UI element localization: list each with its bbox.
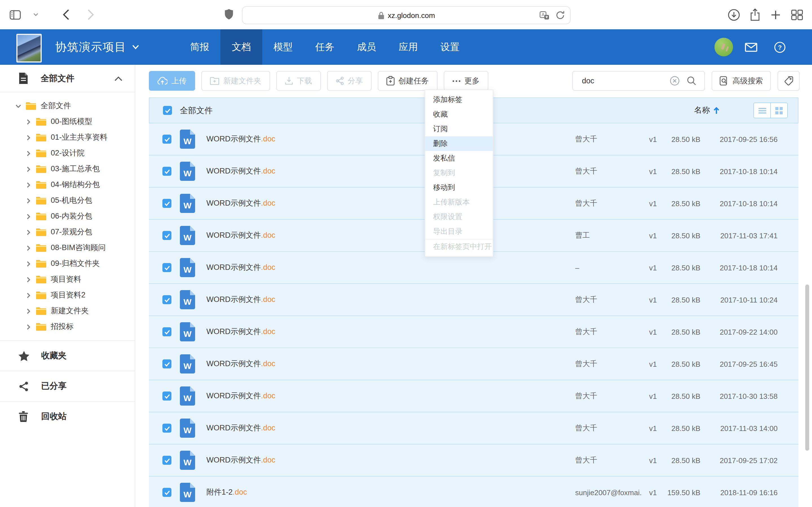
chevron-right-icon[interactable] [25,276,32,283]
list-view-button[interactable] [754,103,770,118]
menu-item[interactable]: 在新标签页中打开 [425,239,493,254]
mail-icon[interactable] [745,43,757,52]
nav-tab[interactable]: 简报 [179,29,220,65]
sidebar-item-favorites[interactable]: 收藏夹 [0,340,135,371]
grid-view-button[interactable] [770,103,787,118]
file-name[interactable]: WORD示例文件.doc [206,198,575,209]
file-name[interactable]: 附件1-2.doc [206,487,575,497]
share-icon[interactable] [750,8,760,21]
file-name[interactable]: WORD示例文件.doc [206,230,575,240]
chevron-right-icon[interactable] [25,291,32,299]
menu-item[interactable]: 添加标签 [425,93,493,107]
menu-item[interactable]: 发私信 [425,151,493,166]
menu-item[interactable]: 收藏 [425,107,493,122]
menu-item[interactable]: 删除 [425,136,493,151]
file-name[interactable]: WORD示例文件.doc [206,455,575,465]
chevron-right-icon[interactable] [25,228,32,236]
new-tab-icon[interactable] [770,9,781,20]
row-checkbox[interactable] [162,135,171,144]
tree-item[interactable]: 项目资料2 [0,287,135,303]
new-folder-button[interactable]: 新建文件夹 [201,71,270,91]
downloads-icon[interactable] [728,9,740,20]
file-name[interactable]: WORD示例文件.doc [206,391,575,401]
translate-icon[interactable]: A [540,11,549,19]
tree-item[interactable]: 05-机电分包 [0,193,135,209]
nav-tab[interactable]: 设置 [429,29,471,65]
tree-item[interactable]: 招投标 [0,319,135,335]
file-name[interactable]: WORD示例文件.doc [206,166,575,176]
row-checkbox[interactable] [162,167,171,176]
nav-tab[interactable]: 模型 [262,29,304,65]
create-task-button[interactable]: 创建任务 [377,71,437,91]
share-button[interactable]: 分享 [327,71,371,91]
menu-item[interactable]: 上传新版本 [425,195,493,210]
nav-tab[interactable]: 文档 [220,29,262,65]
row-checkbox[interactable] [162,359,171,369]
advanced-search-button[interactable]: 高级搜索 [712,71,771,91]
project-title[interactable]: 协筑演示项目 [55,29,139,65]
sidebar-menu-caret-icon[interactable] [28,7,43,22]
tree-item[interactable]: 06-内装分包 [0,209,135,224]
row-checkbox[interactable] [162,199,171,208]
url-bar[interactable]: xz.glodon.com A [242,6,571,24]
chevron-right-icon[interactable] [25,181,32,188]
table-row[interactable]: W WORD示例文件.doc 曾大千 v1 28.50 kB 2017-10-3… [149,380,799,412]
table-row[interactable]: W WORD示例文件.doc 曾大千 v1 28.50 kB 2017-10-1… [149,284,799,316]
menu-item[interactable]: 订阅 [425,122,493,136]
download-button[interactable]: 下载 [276,71,320,91]
privacy-shield-icon[interactable] [224,9,234,20]
row-checkbox[interactable] [162,295,171,304]
table-row[interactable]: W WORD示例文件.doc 曾大千 v1 28.50 kB 2017-11-0… [149,412,799,445]
row-checkbox[interactable] [162,263,171,272]
chevron-right-icon[interactable] [25,197,32,204]
sidebar-header-all-files[interactable]: 全部文件 [0,65,135,93]
forward-button[interactable] [84,7,98,22]
scrollbar-thumb[interactable] [805,284,809,451]
chevron-right-icon[interactable] [25,244,32,251]
file-name[interactable]: WORD示例文件.doc [206,423,575,433]
row-checkbox[interactable] [162,231,171,240]
chevron-right-icon[interactable] [25,323,32,330]
tree-item[interactable]: 全部文件 [0,98,135,114]
search-input[interactable] [581,71,662,90]
tag-filter-button[interactable] [777,71,800,91]
reload-icon[interactable] [556,11,564,20]
table-row[interactable]: W WORD示例文件.doc 曾大千 v1 28.50 kB 2017-09-2… [149,445,799,476]
chevron-right-icon[interactable] [25,118,32,125]
chevron-right-icon[interactable] [25,213,32,220]
row-checkbox[interactable] [162,488,171,497]
menu-item[interactable]: 权限设置 [425,210,493,224]
menu-item[interactable]: 复制到 [425,166,493,180]
back-button[interactable] [59,7,73,22]
sort-by-name[interactable]: 名称 [694,105,719,115]
project-logo[interactable] [16,34,42,62]
chevron-right-icon[interactable] [25,307,32,315]
more-button[interactable]: 更多 [444,71,488,91]
sidebar-toggle-icon[interactable] [8,7,22,22]
tree-item[interactable]: 07-景观分包 [0,224,135,240]
tree-item[interactable]: 04-钢结构分包 [0,177,135,193]
table-row[interactable]: W 附件1-2.doc sunjie2007@foxmai... v1 159.… [149,476,799,507]
chevron-right-icon[interactable] [25,165,32,173]
tree-item[interactable]: 00-图纸模型 [0,114,135,129]
file-name[interactable]: WORD示例文件.doc [206,327,575,337]
tree-item[interactable]: 08-BIM咨询顾问 [0,240,135,256]
row-checkbox[interactable] [162,392,171,400]
collapse-chevron-icon[interactable] [114,76,122,81]
tree-item[interactable]: 项目资料 [0,272,135,287]
tab-overview-icon[interactable] [791,9,803,20]
table-row[interactable]: W WORD示例文件.doc 曾大千 v1 28.50 kB 2017-09-2… [149,316,799,348]
menu-item[interactable]: 移动到 [425,180,493,195]
file-name[interactable]: WORD示例文件.doc [206,263,575,273]
file-name[interactable]: WORD示例文件.doc [206,134,575,144]
sidebar-item-recycle[interactable]: 回收站 [0,401,135,432]
nav-tab[interactable]: 成员 [346,29,388,65]
chevron-right-icon[interactable] [25,260,32,267]
row-checkbox[interactable] [162,424,171,433]
tree-item[interactable]: 09-归档文件夹 [0,256,135,272]
clear-search-icon[interactable] [670,76,679,86]
chevron-down-icon[interactable] [15,102,22,110]
help-icon[interactable]: ? [774,42,785,53]
upload-button[interactable]: 上传 [149,71,195,91]
sidebar-item-shared[interactable]: 已分享 [0,371,135,401]
